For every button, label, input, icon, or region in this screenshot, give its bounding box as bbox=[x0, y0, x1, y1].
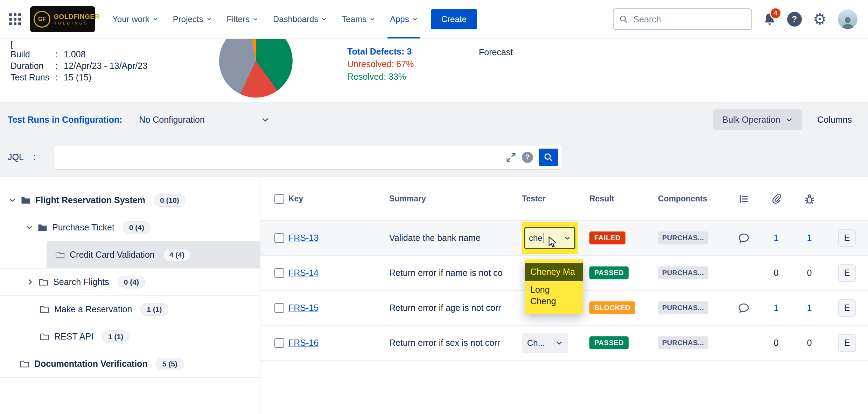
test-execution-summary: [ Build:1.008 Duration:12/Apr/23 - 13/Ap… bbox=[0, 39, 868, 102]
chevron-down-icon bbox=[321, 16, 327, 22]
mouse-cursor-icon bbox=[547, 236, 558, 248]
summary-field-test-runs: Test Runs:15 (15) bbox=[10, 72, 147, 83]
row-checkbox[interactable] bbox=[274, 268, 284, 278]
folder-outline-icon bbox=[55, 251, 65, 259]
folder-outline-icon bbox=[40, 305, 49, 313]
result-badge: FAILED bbox=[589, 231, 625, 244]
tree-item-search-flights[interactable]: Search Flights 0 (4) bbox=[0, 269, 260, 296]
dropdown-option-cheney-ma[interactable]: Cheney Ma bbox=[525, 263, 583, 281]
defects-count[interactable]: 1 bbox=[807, 233, 812, 243]
execute-button[interactable]: E bbox=[838, 299, 856, 317]
jql-label: JQL bbox=[8, 152, 24, 162]
comment-icon[interactable] bbox=[738, 233, 750, 244]
defects-count: 0 bbox=[807, 268, 812, 278]
execute-button[interactable]: E bbox=[838, 334, 856, 352]
col-header-components: Components bbox=[658, 194, 728, 204]
search-input[interactable] bbox=[633, 14, 746, 25]
help-button[interactable]: ? bbox=[787, 12, 802, 27]
folder-icon bbox=[21, 196, 30, 204]
columns-button[interactable]: Columns bbox=[815, 114, 854, 125]
expand-icon[interactable] bbox=[506, 152, 516, 163]
app-switcher-icon[interactable] bbox=[9, 13, 21, 25]
tree-item-flight-reservation-system[interactable]: Flight Reservation System 0 (10) bbox=[0, 187, 260, 214]
total-defects-label: Total Defects: 3 bbox=[347, 45, 414, 58]
nav-item-apps[interactable]: Apps bbox=[383, 0, 425, 38]
configuration-dropdown[interactable]: No Configuration bbox=[139, 115, 269, 125]
nav-menu: Your work Projects Filters Dashboards Te… bbox=[105, 0, 425, 38]
tester-combobox[interactable]: che bbox=[524, 227, 575, 249]
summary-cell: Return error if sex is not corr bbox=[389, 338, 522, 348]
summary-cell: Validate the bank name bbox=[389, 233, 522, 243]
col-header-summary: Summary bbox=[389, 194, 522, 204]
attachments-count[interactable]: 1 bbox=[774, 233, 779, 243]
comment-icon[interactable] bbox=[738, 302, 750, 314]
tree-item-documentation-verification[interactable]: Documentation Verification 5 (5) bbox=[0, 350, 260, 378]
nav-item-dashboards[interactable]: Dashboards bbox=[266, 0, 334, 38]
result-badge: BLOCKED bbox=[589, 301, 635, 314]
issue-key-link[interactable]: FRS-16 bbox=[288, 338, 389, 348]
settings-gear-icon[interactable]: ⚙ bbox=[813, 12, 827, 27]
tree-item-make-a-reservation[interactable]: Make a Reservation 1 (1) bbox=[0, 296, 260, 323]
defects-count[interactable]: 1 bbox=[807, 303, 812, 313]
component-badge: PURCHAS... bbox=[658, 336, 708, 349]
dropdown-option-long-cheng[interactable]: Long Cheng bbox=[525, 281, 583, 310]
chevron-down-icon[interactable] bbox=[9, 197, 16, 204]
goldfinger-logo[interactable]: GF GOLDFINGER HOLDINGS bbox=[30, 6, 95, 32]
chevron-down-icon bbox=[370, 16, 375, 22]
chevron-right-icon[interactable] bbox=[27, 278, 34, 286]
tree-item-rest-api[interactable]: REST API 1 (1) bbox=[0, 323, 260, 350]
cropped-text: [ bbox=[10, 40, 147, 49]
nav-item-filters[interactable]: Filters bbox=[219, 0, 266, 38]
count-badge: 0 (4) bbox=[123, 221, 150, 234]
notifications-button[interactable]: 4 bbox=[763, 12, 776, 26]
row-checkbox[interactable] bbox=[274, 338, 284, 348]
notification-badge: 4 bbox=[770, 7, 782, 19]
folder-icon bbox=[38, 223, 47, 231]
nav-item-teams[interactable]: Teams bbox=[334, 0, 383, 38]
jql-input[interactable] bbox=[61, 152, 500, 163]
issue-key-link[interactable]: FRS-13 bbox=[288, 233, 389, 243]
config-section-label: Test Runs in Configuration: bbox=[8, 115, 122, 125]
create-button[interactable]: Create bbox=[431, 9, 477, 29]
folder-outline-icon bbox=[40, 333, 49, 341]
chevron-down-icon bbox=[261, 116, 269, 124]
execute-button[interactable]: E bbox=[838, 264, 856, 282]
jql-query-box: ? bbox=[54, 145, 563, 170]
folder-outline-icon bbox=[39, 278, 48, 286]
nav-item-your-work[interactable]: Your work bbox=[105, 0, 166, 38]
tester-highlight: che bbox=[522, 222, 578, 254]
component-badge: PURCHAS... bbox=[658, 266, 708, 279]
execute-button[interactable]: E bbox=[838, 229, 856, 247]
issue-key-link[interactable]: FRS-15 bbox=[288, 303, 389, 313]
col-header-key: Key bbox=[288, 194, 389, 204]
pie-chart bbox=[219, 39, 293, 98]
jql-help-icon[interactable]: ? bbox=[522, 152, 533, 163]
attachments-count[interactable]: 1 bbox=[774, 303, 779, 313]
row-checkbox[interactable] bbox=[274, 303, 284, 313]
person-icon bbox=[840, 15, 855, 29]
tester-dropdown-menu: Cheney Ma Long Cheng bbox=[525, 259, 583, 314]
jql-search-button[interactable] bbox=[539, 149, 558, 166]
chevron-down-icon bbox=[253, 16, 258, 22]
tree-item-credit-card-validation[interactable]: Credit Card Validation 4 (4) bbox=[0, 241, 260, 269]
logo-roundel: GF bbox=[34, 11, 50, 28]
issue-key-link[interactable]: FRS-14 bbox=[288, 268, 389, 278]
row-checkbox[interactable] bbox=[274, 233, 284, 243]
col-header-tester: Tester bbox=[522, 194, 589, 204]
tree-item-purchase-ticket[interactable]: Purchase Ticket 0 (4) bbox=[0, 214, 260, 241]
global-search[interactable] bbox=[613, 8, 752, 30]
result-badge: PASSED bbox=[589, 266, 629, 279]
chevron-down-icon[interactable] bbox=[26, 224, 33, 231]
select-all-checkbox[interactable] bbox=[274, 194, 284, 204]
summary-cell: Return error if age is not corr bbox=[389, 303, 522, 313]
bulk-operation-button[interactable]: Bulk Operation bbox=[713, 109, 802, 130]
tester-select[interactable]: Ch... bbox=[522, 333, 568, 353]
nav-item-projects[interactable]: Projects bbox=[166, 0, 219, 38]
count-badge: 0 (10) bbox=[154, 194, 186, 207]
chevron-down-icon bbox=[412, 16, 418, 22]
chevron-down-icon bbox=[206, 16, 212, 22]
bug-icon bbox=[804, 193, 815, 205]
app-root: { "nav": { "logo": {"roundel": "GF", "ti… bbox=[0, 0, 868, 414]
search-icon bbox=[544, 152, 553, 162]
user-avatar[interactable] bbox=[838, 9, 858, 29]
